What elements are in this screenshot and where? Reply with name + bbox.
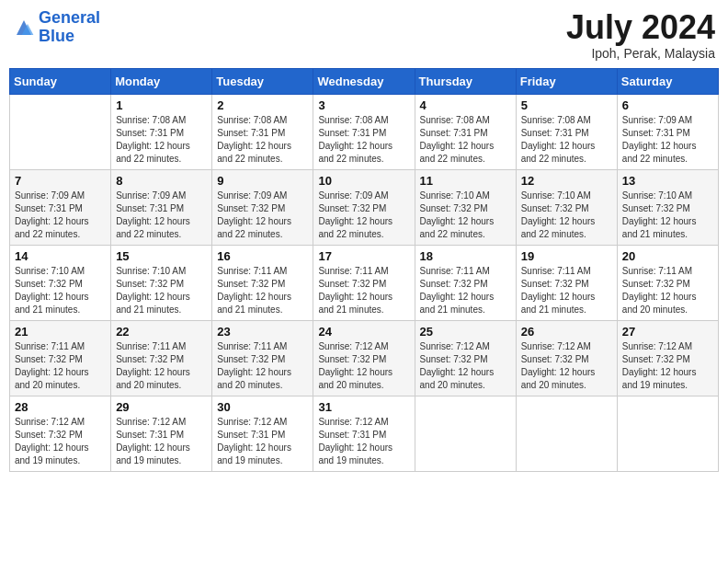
day-number: 12	[521, 174, 612, 188]
day-number: 11	[420, 174, 511, 188]
calendar-cell: 3Sunrise: 7:08 AMSunset: 7:31 PMDaylight…	[313, 94, 415, 169]
day-info: Sunrise: 7:11 AMSunset: 7:32 PMDaylight:…	[217, 340, 308, 392]
calendar-cell: 31Sunrise: 7:12 AMSunset: 7:31 PMDayligh…	[313, 396, 415, 471]
day-info: Sunrise: 7:09 AMSunset: 7:31 PMDaylight:…	[116, 190, 207, 241]
day-number: 2	[217, 98, 308, 112]
day-number: 17	[318, 249, 409, 263]
calendar-cell: 23Sunrise: 7:11 AMSunset: 7:32 PMDayligh…	[212, 320, 313, 396]
day-info: Sunrise: 7:12 AMSunset: 7:32 PMDaylight:…	[318, 340, 409, 392]
page-header: General Blue July 2024 Ipoh, Perak, Mala…	[9, 9, 719, 61]
day-info: Sunrise: 7:12 AMSunset: 7:31 PMDaylight:…	[217, 416, 308, 467]
logo-line1: General	[39, 8, 100, 27]
day-number: 13	[622, 174, 713, 188]
day-info: Sunrise: 7:11 AMSunset: 7:32 PMDaylight:…	[15, 340, 106, 392]
calendar-cell	[10, 94, 111, 169]
calendar-cell: 25Sunrise: 7:12 AMSunset: 7:32 PMDayligh…	[415, 320, 516, 396]
day-info: Sunrise: 7:08 AMSunset: 7:31 PMDaylight:…	[420, 114, 511, 166]
day-info: Sunrise: 7:10 AMSunset: 7:32 PMDaylight:…	[521, 190, 612, 241]
day-info: Sunrise: 7:10 AMSunset: 7:32 PMDaylight:…	[622, 190, 713, 241]
day-info: Sunrise: 7:08 AMSunset: 7:31 PMDaylight:…	[116, 114, 207, 166]
week-row: 1Sunrise: 7:08 AMSunset: 7:31 PMDaylight…	[10, 94, 719, 169]
calendar-cell: 6Sunrise: 7:09 AMSunset: 7:31 PMDaylight…	[617, 94, 718, 169]
day-info: Sunrise: 7:12 AMSunset: 7:31 PMDaylight:…	[116, 416, 207, 467]
calendar-cell: 30Sunrise: 7:12 AMSunset: 7:31 PMDayligh…	[212, 396, 313, 471]
day-info: Sunrise: 7:09 AMSunset: 7:31 PMDaylight:…	[15, 190, 106, 241]
logo-line2: Blue	[39, 27, 74, 45]
weekday-header: Thursday	[415, 68, 516, 94]
day-info: Sunrise: 7:10 AMSunset: 7:32 PMDaylight:…	[15, 265, 106, 316]
day-info: Sunrise: 7:12 AMSunset: 7:31 PMDaylight:…	[318, 416, 409, 467]
day-number: 19	[521, 249, 612, 263]
day-info: Sunrise: 7:12 AMSunset: 7:32 PMDaylight:…	[15, 416, 106, 467]
calendar-cell: 22Sunrise: 7:11 AMSunset: 7:32 PMDayligh…	[111, 320, 212, 396]
day-info: Sunrise: 7:12 AMSunset: 7:32 PMDaylight:…	[521, 340, 612, 392]
calendar-cell: 5Sunrise: 7:08 AMSunset: 7:31 PMDaylight…	[516, 94, 617, 169]
day-number: 3	[318, 98, 409, 112]
calendar-cell: 7Sunrise: 7:09 AMSunset: 7:31 PMDaylight…	[10, 169, 111, 245]
title-area: July 2024 Ipoh, Perak, Malaysia	[566, 9, 715, 61]
day-info: Sunrise: 7:10 AMSunset: 7:32 PMDaylight:…	[420, 190, 511, 241]
calendar-cell: 19Sunrise: 7:11 AMSunset: 7:32 PMDayligh…	[516, 245, 617, 320]
calendar-cell: 16Sunrise: 7:11 AMSunset: 7:32 PMDayligh…	[212, 245, 313, 320]
day-number: 4	[420, 98, 511, 112]
calendar-cell	[617, 396, 718, 471]
day-number: 20	[622, 249, 713, 263]
month-title: July 2024	[566, 9, 715, 46]
day-number: 30	[217, 400, 308, 414]
day-number: 21	[15, 325, 106, 339]
day-number: 7	[15, 174, 106, 188]
day-info: Sunrise: 7:11 AMSunset: 7:32 PMDaylight:…	[521, 265, 612, 316]
day-info: Sunrise: 7:11 AMSunset: 7:32 PMDaylight:…	[420, 265, 511, 316]
calendar-cell: 26Sunrise: 7:12 AMSunset: 7:32 PMDayligh…	[516, 320, 617, 396]
calendar-cell: 14Sunrise: 7:10 AMSunset: 7:32 PMDayligh…	[10, 245, 111, 320]
calendar: SundayMondayTuesdayWednesdayThursdayFrid…	[9, 68, 719, 472]
day-number: 9	[217, 174, 308, 188]
day-number: 31	[318, 400, 409, 414]
day-number: 22	[116, 325, 207, 339]
calendar-cell: 18Sunrise: 7:11 AMSunset: 7:32 PMDayligh…	[415, 245, 516, 320]
day-info: Sunrise: 7:11 AMSunset: 7:32 PMDaylight:…	[318, 265, 409, 316]
day-number: 8	[116, 174, 207, 188]
week-row: 21Sunrise: 7:11 AMSunset: 7:32 PMDayligh…	[10, 320, 719, 396]
calendar-cell: 1Sunrise: 7:08 AMSunset: 7:31 PMDaylight…	[111, 94, 212, 169]
day-number: 29	[116, 400, 207, 414]
calendar-cell: 27Sunrise: 7:12 AMSunset: 7:32 PMDayligh…	[617, 320, 718, 396]
day-info: Sunrise: 7:08 AMSunset: 7:31 PMDaylight:…	[521, 114, 612, 166]
calendar-cell	[415, 396, 516, 471]
calendar-cell: 28Sunrise: 7:12 AMSunset: 7:32 PMDayligh…	[10, 396, 111, 471]
logo: General Blue	[13, 9, 100, 46]
calendar-cell: 21Sunrise: 7:11 AMSunset: 7:32 PMDayligh…	[10, 320, 111, 396]
day-number: 5	[521, 98, 612, 112]
calendar-cell: 4Sunrise: 7:08 AMSunset: 7:31 PMDaylight…	[415, 94, 516, 169]
week-row: 14Sunrise: 7:10 AMSunset: 7:32 PMDayligh…	[10, 245, 719, 320]
day-number: 16	[217, 249, 308, 263]
calendar-cell: 8Sunrise: 7:09 AMSunset: 7:31 PMDaylight…	[111, 169, 212, 245]
day-info: Sunrise: 7:10 AMSunset: 7:32 PMDaylight:…	[116, 265, 207, 316]
day-number: 10	[318, 174, 409, 188]
day-info: Sunrise: 7:11 AMSunset: 7:32 PMDaylight:…	[622, 265, 713, 316]
calendar-cell: 20Sunrise: 7:11 AMSunset: 7:32 PMDayligh…	[617, 245, 718, 320]
weekday-header: Tuesday	[212, 68, 313, 94]
location: Ipoh, Perak, Malaysia	[566, 46, 715, 61]
day-number: 15	[116, 249, 207, 263]
calendar-cell: 15Sunrise: 7:10 AMSunset: 7:32 PMDayligh…	[111, 245, 212, 320]
day-number: 23	[217, 325, 308, 339]
calendar-cell: 10Sunrise: 7:09 AMSunset: 7:32 PMDayligh…	[313, 169, 415, 245]
day-info: Sunrise: 7:11 AMSunset: 7:32 PMDaylight:…	[116, 340, 207, 392]
weekday-header: Saturday	[617, 68, 718, 94]
calendar-cell: 24Sunrise: 7:12 AMSunset: 7:32 PMDayligh…	[313, 320, 415, 396]
day-info: Sunrise: 7:11 AMSunset: 7:32 PMDaylight:…	[217, 265, 308, 316]
day-number: 24	[318, 325, 409, 339]
calendar-cell: 12Sunrise: 7:10 AMSunset: 7:32 PMDayligh…	[516, 169, 617, 245]
weekday-header: Sunday	[10, 68, 111, 94]
day-number: 28	[15, 400, 106, 414]
day-number: 6	[622, 98, 713, 112]
weekday-header: Monday	[111, 68, 212, 94]
calendar-cell: 2Sunrise: 7:08 AMSunset: 7:31 PMDaylight…	[212, 94, 313, 169]
day-info: Sunrise: 7:12 AMSunset: 7:32 PMDaylight:…	[622, 340, 713, 392]
day-number: 14	[15, 249, 106, 263]
day-number: 18	[420, 249, 511, 263]
day-number: 26	[521, 325, 612, 339]
logo-text: General Blue	[39, 9, 100, 46]
day-info: Sunrise: 7:12 AMSunset: 7:32 PMDaylight:…	[420, 340, 511, 392]
